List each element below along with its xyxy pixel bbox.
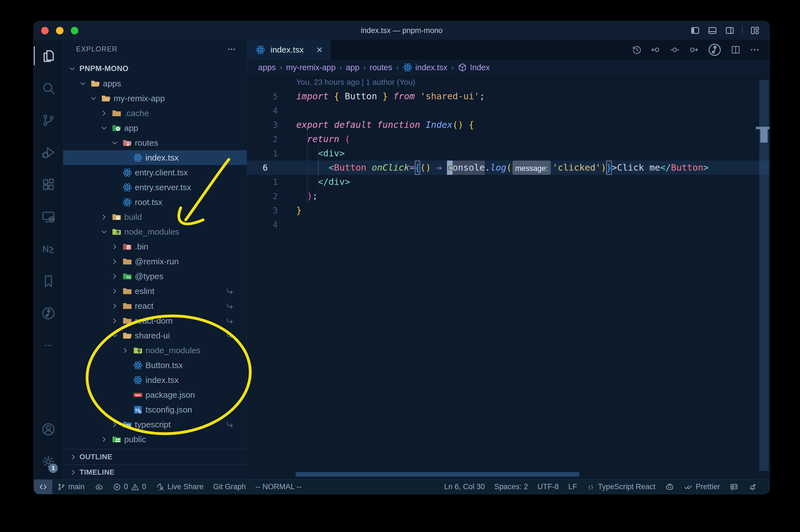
tree-item-tsconfig.json[interactable]: TStsconfig.json [63,402,247,417]
activity-remote-explorer[interactable] [34,201,63,233]
layout-sidebar-left-icon[interactable] [690,25,700,36]
breadcrumb-item-app[interactable]: app [346,63,359,72]
tree-item-label: react [135,301,154,311]
symlink-icon [226,316,234,325]
split-editor-icon[interactable] [730,44,741,55]
zoom-window-button[interactable] [71,27,78,34]
tree-item-app[interactable]: app [63,120,247,135]
activity-accounts[interactable] [34,413,63,445]
tree-item-my-remix-app[interactable]: my-remix-app [63,91,247,106]
tree-item-node_modules[interactable]: JSnode_modules [63,343,247,358]
tree-item-PNPM-MONO[interactable]: PNPM-MONO [63,61,247,76]
tree-item-@types[interactable]: TS@types [63,269,247,284]
breadcrumb-item-index.tsx[interactable]: index.tsx [402,62,447,73]
activity-run-debug[interactable] [34,136,63,168]
activity-search[interactable] [34,72,63,104]
tree-item-entry.server.tsx[interactable]: entry.server.tsx [63,180,247,195]
timeline-section[interactable]: TIMELINE [63,464,247,480]
activity-extensions[interactable] [34,168,63,201]
activity-nx-console[interactable] [34,233,63,265]
activity-bookmarks[interactable] [34,265,63,297]
indent-guide-active [318,160,319,175]
status-notifications[interactable] [743,480,762,494]
code-line[interactable]: 3export default function Index() { [247,118,769,132]
explorer-more-actions-icon[interactable] [227,45,236,54]
more-icon[interactable] [749,44,760,55]
code-token: } [382,89,388,103]
code-token: ⇒ [436,160,442,175]
status-cursor-position[interactable]: Ln 6, Col 30 [439,480,490,494]
code-line[interactable]: 1 </div> [247,175,769,189]
tree-item-.cache[interactable]: .cache [63,106,247,120]
tree-item-shared-ui[interactable]: shared-ui [63,328,247,343]
layout-sidebar-right-icon[interactable] [725,25,735,36]
tree-item-Button.tsx[interactable]: Button.tsx [63,358,247,373]
status-vim-mode[interactable]: -- NORMAL -- [251,480,306,494]
code-line[interactable]: 4 [247,217,769,232]
status-sync[interactable] [90,480,108,494]
tree-item-build[interactable]: build [63,209,247,224]
breadcrumb-item-Index[interactable]: Index [458,63,490,72]
code-line-current[interactable]: 6 <Button onClick={() ⇒ console.log(mess… [247,160,769,175]
layout-customize-icon[interactable] [750,25,760,36]
history-icon[interactable] [631,44,642,55]
status-git-graph[interactable]: Git Graph [208,480,251,494]
tree-item-eslint[interactable]: eslint [63,284,247,299]
status-git-branch[interactable]: main [52,480,90,494]
horizontal-scrollbar[interactable] [296,472,579,477]
code-line[interactable]: 5import { Button } from 'shared-ui'; [247,89,769,103]
status-language-mode[interactable]: {}TypeScript React [582,480,660,494]
nav-dot-icon[interactable] [669,44,680,55]
activity-source-control[interactable] [34,104,63,136]
tree-item-node_modules[interactable]: JSnode_modules [63,224,247,239]
code-token: onsole [453,160,485,175]
breadcrumb-item-routes[interactable]: routes [370,63,393,72]
tree-item-react[interactable]: react [63,299,247,313]
code-line[interactable]: 4 [247,103,769,118]
status-live-share[interactable]: Live Share [151,480,208,494]
tree-item-apps[interactable]: apps [63,76,247,91]
tab-index-tsx[interactable]: index.tsx ✕ [247,40,331,60]
tree-item-@remix-run[interactable]: @remix-run [63,254,247,269]
code-line[interactable]: 1 <div> [247,146,769,160]
tree-item-typescript[interactable]: TStypescript [63,417,247,432]
tree-item-index.tsx[interactable]: index.tsx [63,373,247,387]
close-tab-icon[interactable]: ✕ [316,45,323,55]
status-feedback[interactable] [725,480,743,494]
outline-section[interactable]: OUTLINE [63,449,247,464]
status-encoding[interactable]: UTF-8 [533,480,564,494]
tree-item-index.tsx[interactable]: index.tsx [63,150,247,165]
activity-manage[interactable]: 1 [34,445,63,477]
minimize-window-button[interactable] [56,27,63,34]
code-line[interactable]: 3} [247,203,769,217]
tree-item-entry.client.tsx[interactable]: entry.client.tsx [63,165,247,180]
nav-forward-icon[interactable] [688,44,699,55]
activity-more-views[interactable] [34,329,63,361]
tree-item-.bin[interactable]: 0110.bin [63,239,247,254]
status-problems[interactable]: 00 [108,480,151,494]
tree-item-react-dom[interactable]: react-dom [63,313,247,328]
symlink-icon [226,287,234,296]
status-remote-indicator[interactable] [34,480,52,494]
tree-item-package.json[interactable]: npmpackage.json [63,387,247,402]
layout-panel-icon[interactable] [707,25,718,36]
activity-gitlens[interactable] [34,297,63,329]
close-window-button[interactable] [41,27,49,34]
tree-item-public[interactable]: public [63,432,247,447]
status-formatter[interactable]: Prettier [679,480,725,494]
status-copilot[interactable] [660,480,679,494]
status-eol[interactable]: LF [564,480,582,494]
folder-node-icon: JS [110,227,123,237]
tree-item-routes[interactable]: routes [63,135,247,150]
gitlens-icon[interactable] [707,42,722,57]
code-line[interactable]: 2 ); [247,189,769,203]
tree-item-root.tsx[interactable]: root.tsx [63,195,247,209]
activity-explorer[interactable] [34,40,63,72]
breadcrumb-item-apps[interactable]: apps [258,63,276,72]
code-line[interactable]: 2 return ( [247,132,769,146]
nav-back-icon[interactable] [650,44,661,55]
code-editor[interactable]: You, 23 hours ago | 1 author (You)5impor… [247,75,769,480]
react-icon [132,375,144,385]
breadcrumb-item-my-remix-app[interactable]: my-remix-app [286,63,336,72]
status-indentation[interactable]: Spaces: 2 [490,480,533,494]
